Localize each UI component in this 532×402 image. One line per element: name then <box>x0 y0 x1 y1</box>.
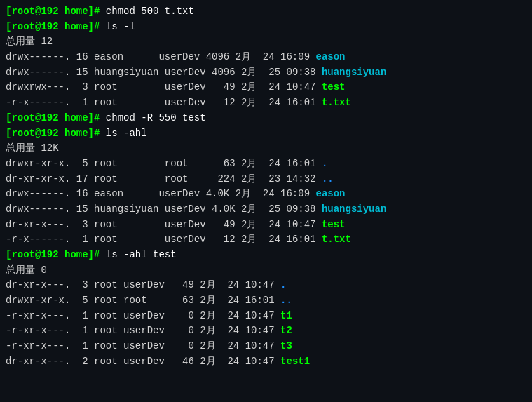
ls-text: userDev 4096 2月 24 16:09 <box>147 51 316 62</box>
ls-text: 3 root userDev 49 2月 24 10:47 <box>70 279 280 290</box>
ls-text: userDev 4096 2月 25 09:38 <box>158 67 321 78</box>
ls-highlight: test1 <box>280 356 310 367</box>
ls-text: userDev 4.0K 2月 25 09:38 <box>158 203 321 215</box>
ls-text: 17 root <box>70 173 158 185</box>
ls-highlight: dr-xr-x---. <box>6 219 70 230</box>
ls-highlight: huangsiyuan <box>322 203 386 215</box>
terminal-line: [root@192 home]# chmod -R 550 test <box>6 111 526 126</box>
ls-text: 1 root <box>70 97 158 108</box>
ls-highlight: -r-x------. <box>6 234 70 245</box>
ls-text: 16 eason <box>70 51 146 62</box>
terminal-line: 总用量 12 <box>6 34 526 50</box>
terminal-line: drwx------. 16 eason userDev 4096 2月 24 … <box>6 50 526 65</box>
terminal-line: [root@192 home]# ls -ahl <box>6 126 526 142</box>
ls-highlight: drwx------. <box>6 51 70 62</box>
ls-highlight: drwxr-xr-x. <box>6 158 70 169</box>
command-text: ls -ahl test <box>106 249 177 260</box>
ls-text: userDev 4.0K 2月 24 16:09 <box>147 188 316 199</box>
ls-text: 1 root userDev 0 2月 24 10:47 <box>70 325 280 336</box>
terminal-line: drwx------. 15 huangsiyuan userDev 4.0K … <box>6 202 526 217</box>
ls-text: userDev 49 2月 24 10:47 <box>158 81 321 93</box>
ls-highlight: t1 <box>280 310 292 321</box>
terminal-line: drwx------. 15 huangsiyuan userDev 4096 … <box>6 65 526 81</box>
ls-text: 15 huangsiyuan <box>70 67 158 78</box>
ls-highlight: t2 <box>280 325 292 336</box>
ls-text: 5 root <box>70 158 158 169</box>
ls-text: 16 eason <box>70 188 146 199</box>
terminal-line: -r-xr-x---. 1 root userDev 0 2月 24 10:47… <box>6 339 526 354</box>
ls-highlight: huangsiyuan <box>322 67 386 78</box>
ls-highlight: t.txt <box>322 97 351 108</box>
ls-highlight: -r-xr-x---. <box>6 325 70 336</box>
ls-text: userDev 49 2月 24 10:47 <box>158 219 321 230</box>
ls-highlight: eason <box>315 188 345 199</box>
terminal-line: dr-xr-x---. 3 root userDev 49 2月 24 10:4… <box>6 217 526 233</box>
ls-text: 1 root userDev 0 2月 24 10:47 <box>70 340 280 351</box>
command-text: chmod -R 550 test <box>106 112 206 123</box>
ls-text: userDev 12 2月 24 16:01 <box>158 234 321 245</box>
terminal-line: drwxr-xr-x. 5 root root 63 2月 24 16:01 .… <box>6 293 526 309</box>
ls-highlight: drwxrwx---. <box>6 81 70 93</box>
terminal-line: -r-x------. 1 root userDev 12 2月 24 16:0… <box>6 232 526 248</box>
ls-text: 5 root root 63 2月 24 16:01 <box>70 295 280 306</box>
ls-highlight: drwx------. <box>6 188 70 199</box>
ls-highlight: -r-xr-x---. <box>6 340 70 351</box>
ls-text: root 224 2月 23 14:32 <box>158 173 321 185</box>
command-text: ls -l <box>106 21 135 32</box>
ls-highlight: -r-xr-x---. <box>6 310 70 321</box>
terminal-line: dr-xr-xr-x. 17 root root 224 2月 23 14:32… <box>6 172 526 187</box>
ls-highlight: dr-xr-x---. <box>6 356 70 367</box>
terminal-line: drwx------. 16 eason userDev 4.0K 2月 24 … <box>6 187 526 202</box>
prompt-text: [root@192 home]# <box>6 112 106 123</box>
ls-highlight: drwxr-xr-x. <box>6 295 70 306</box>
terminal-line: -r-xr-x---. 1 root userDev 0 2月 24 10:47… <box>6 323 526 339</box>
prompt-text: [root@192 home]# <box>6 6 106 17</box>
prompt-text: [root@192 home]# <box>6 128 106 139</box>
terminal-line: 总用量 0 <box>6 263 526 279</box>
ls-highlight: t.txt <box>322 234 351 245</box>
ls-highlight: dr-xr-x---. <box>6 279 70 290</box>
ls-text: 15 huangsiyuan <box>70 203 158 215</box>
ls-highlight: t3 <box>280 340 292 351</box>
terminal-line: drwxrwx---. 3 root userDev 49 2月 24 10:4… <box>6 80 526 95</box>
ls-text: 1 root <box>70 234 158 245</box>
ls-text: 1 root userDev 0 2月 24 10:47 <box>70 310 280 321</box>
command-text: ls -ahl <box>106 128 147 139</box>
ls-text: 3 root <box>70 219 158 230</box>
prompt-text: [root@192 home]# <box>6 21 106 32</box>
ls-text: root 63 2月 24 16:01 <box>158 158 321 169</box>
ls-highlight: -r-x------. <box>6 97 70 108</box>
ls-highlight: test <box>322 219 346 230</box>
ls-highlight: .. <box>322 173 334 185</box>
ls-text: 3 root <box>70 81 158 93</box>
ls-highlight: drwx------. <box>6 203 70 215</box>
terminal-line: [root@192 home]# chmod 500 t.txt <box>6 4 526 20</box>
terminal-line: [root@192 home]# ls -ahl test <box>6 248 526 263</box>
terminal-line: 总用量 12K <box>6 141 526 156</box>
ls-text: userDev 12 2月 24 16:01 <box>158 97 321 108</box>
command-text: chmod 500 t.txt <box>106 6 194 17</box>
terminal-line: -r-xr-x---. 1 root userDev 0 2月 24 10:47… <box>6 309 526 324</box>
ls-highlight: . <box>322 158 327 169</box>
ls-text: 2 root userDev 46 2月 24 10:47 <box>70 356 280 367</box>
terminal-line: dr-xr-x---. 2 root userDev 46 2月 24 10:4… <box>6 354 526 370</box>
prompt-text: [root@192 home]# <box>6 249 106 260</box>
ls-highlight: dr-xr-xr-x. <box>6 173 70 185</box>
terminal-line: [root@192 home]# ls -l <box>6 20 526 35</box>
terminal: [root@192 home]# chmod 500 t.txt[root@19… <box>0 0 532 402</box>
ls-highlight: . <box>280 279 286 290</box>
terminal-content: [root@192 home]# chmod 500 t.txt[root@19… <box>6 4 526 370</box>
terminal-line: drwxr-xr-x. 5 root root 63 2月 24 16:01 . <box>6 156 526 172</box>
ls-highlight: drwx------. <box>6 67 70 78</box>
ls-highlight: test <box>322 81 346 93</box>
terminal-line: dr-xr-x---. 3 root userDev 49 2月 24 10:4… <box>6 278 526 293</box>
ls-highlight: .. <box>280 295 292 306</box>
ls-highlight: eason <box>315 51 345 62</box>
terminal-line: -r-x------. 1 root userDev 12 2月 24 16:0… <box>6 95 526 111</box>
